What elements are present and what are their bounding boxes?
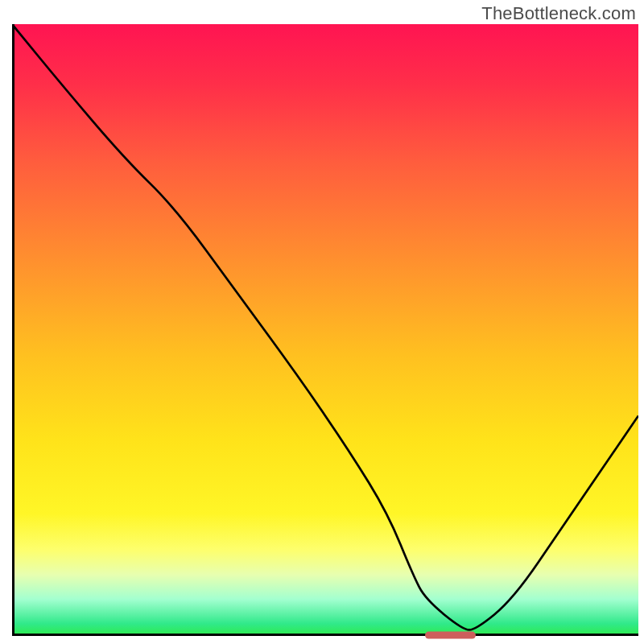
bottleneck-chart: TheBottleneck.com (0, 0, 644, 644)
optimal-range-marker (425, 632, 475, 639)
watermark-text: TheBottleneck.com (481, 3, 636, 24)
gradient-background (12, 24, 638, 636)
plot-area (12, 24, 638, 636)
